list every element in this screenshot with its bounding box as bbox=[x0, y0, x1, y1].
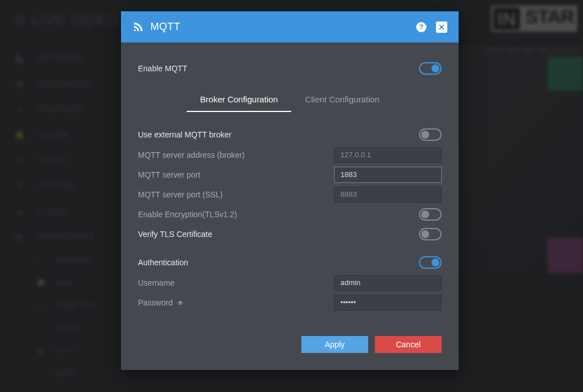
apply-button[interactable]: Apply bbox=[301, 336, 368, 353]
help-button[interactable]: ? bbox=[416, 21, 427, 33]
close-button[interactable]: ✕ bbox=[436, 21, 447, 33]
tab-client[interactable]: Client Configuration bbox=[291, 89, 393, 112]
username-input[interactable] bbox=[334, 275, 442, 291]
tab-broker[interactable]: Broker Configuration bbox=[187, 89, 292, 112]
close-icon: ✕ bbox=[436, 21, 447, 33]
enable-mqtt-label: Enable MQTT bbox=[138, 64, 419, 73]
server-address-label: MQTT server address (broker) bbox=[138, 150, 334, 160]
enable-mqtt-toggle[interactable] bbox=[419, 62, 442, 75]
verify-tls-toggle[interactable] bbox=[419, 228, 442, 240]
modal-title: MQTT bbox=[150, 21, 407, 33]
server-address-row: MQTT server address (broker) bbox=[138, 145, 442, 165]
rss-icon bbox=[132, 21, 142, 33]
username-label: Username bbox=[138, 278, 334, 287]
server-ssl-row: MQTT server port (SSL) bbox=[138, 184, 442, 204]
encryption-toggle[interactable] bbox=[419, 208, 442, 221]
authentication-row: Authentication bbox=[138, 252, 442, 273]
username-row: Username bbox=[138, 273, 442, 292]
server-ssl-input[interactable] bbox=[334, 187, 442, 203]
server-ssl-label: MQTT server port (SSL) bbox=[138, 190, 334, 199]
server-port-input[interactable] bbox=[334, 167, 442, 183]
modal-header: MQTT ? ✕ bbox=[121, 11, 459, 42]
external-broker-label: Use external MQTT broker bbox=[138, 130, 419, 139]
external-broker-row: Use external MQTT broker bbox=[138, 124, 442, 145]
external-broker-toggle[interactable] bbox=[419, 128, 442, 141]
server-port-label: MQTT server port bbox=[138, 170, 334, 179]
cancel-button[interactable]: Cancel bbox=[375, 336, 442, 353]
server-port-row: MQTT server port bbox=[138, 165, 442, 184]
help-icon: ? bbox=[416, 22, 426, 32]
encryption-row: Enable Encryption(TLSv1.2) bbox=[138, 204, 442, 224]
mqtt-modal: MQTT ? ✕ Enable MQTT Broker Configuratio… bbox=[121, 11, 459, 370]
config-tabs: Broker Configuration Client Configuratio… bbox=[138, 89, 442, 112]
eye-icon[interactable]: 👁 bbox=[177, 299, 184, 307]
enable-mqtt-row: Enable MQTT bbox=[138, 58, 442, 79]
authentication-toggle[interactable] bbox=[419, 256, 442, 269]
password-input[interactable] bbox=[334, 295, 442, 311]
encryption-label: Enable Encryption(TLSv1.2) bbox=[138, 210, 419, 219]
verify-tls-row: Verify TLS Certificate bbox=[138, 224, 442, 244]
password-label: Password👁 bbox=[138, 298, 334, 307]
server-address-input[interactable] bbox=[334, 147, 442, 163]
authentication-label: Authentication bbox=[138, 258, 419, 267]
verify-tls-label: Verify TLS Certificate bbox=[138, 230, 419, 239]
password-row: Password👁 bbox=[138, 292, 442, 312]
